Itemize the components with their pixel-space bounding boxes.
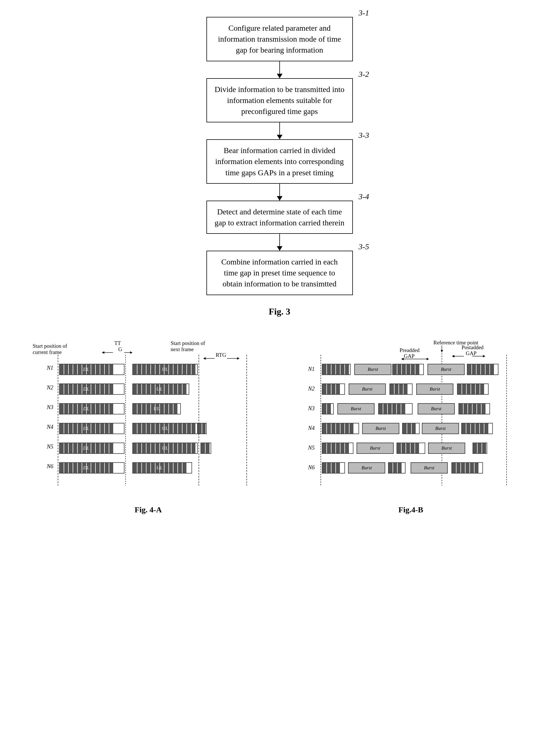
svg-rect-112: [96, 423, 100, 433]
svg-rect-148: [105, 443, 109, 453]
svg-rect-59: [109, 384, 113, 394]
fig4-row: Start position of current frame TT G Sta…: [0, 334, 559, 525]
svg-rect-225: [402, 364, 406, 375]
svg-text:N1: N1: [308, 366, 315, 372]
svg-rect-163: [182, 443, 186, 453]
svg-rect-215: [327, 364, 331, 375]
svg-rect-272: [401, 404, 405, 414]
svg-rect-331: [327, 463, 331, 473]
svg-rect-118: [133, 423, 137, 433]
svg-rect-130: [187, 423, 191, 433]
svg-rect-49: [64, 384, 68, 394]
svg-rect-122: [151, 423, 155, 433]
svg-rect-31: [133, 364, 137, 375]
svg-rect-140: [69, 443, 73, 453]
svg-rect-169: [206, 443, 209, 453]
svg-rect-86: [100, 404, 104, 414]
svg-text:GAP: GAP: [404, 353, 415, 359]
svg-rect-333: [336, 463, 340, 473]
svg-rect-179: [91, 463, 95, 473]
svg-text:UL: UL: [162, 367, 168, 372]
fig4a-container: Start position of current frame TT G Sta…: [30, 339, 266, 514]
step-label-3-5: 3-5: [358, 241, 369, 252]
flow-arrow-4: [280, 234, 280, 251]
svg-rect-186: [133, 463, 137, 473]
svg-rect-193: [164, 463, 169, 473]
svg-rect-327: [482, 443, 486, 453]
svg-rect-345: [461, 463, 465, 473]
svg-rect-165: [192, 443, 196, 453]
svg-rect-91: [133, 404, 137, 414]
svg-rect-175: [73, 463, 77, 473]
svg-rect-234: [476, 364, 480, 375]
svg-rect-106: [69, 423, 73, 433]
svg-rect-263: [327, 404, 331, 414]
flow-step-3-2: 3-2 Divide information to be transmitted…: [206, 78, 353, 123]
svg-rect-73: [182, 384, 186, 394]
svg-rect-85: [96, 404, 100, 414]
svg-rect-39: [169, 364, 173, 375]
svg-text:Burst: Burst: [370, 445, 380, 451]
svg-rect-155: [147, 443, 150, 453]
svg-text:DL: DL: [83, 426, 89, 431]
svg-text:DL: DL: [83, 367, 89, 372]
svg-rect-277: [464, 404, 468, 414]
svg-rect-65: [147, 384, 150, 394]
svg-rect-243: [336, 384, 340, 394]
svg-rect-71: [174, 384, 177, 394]
svg-rect-64: [142, 384, 146, 394]
svg-rect-93: [142, 404, 146, 414]
svg-rect-237: [490, 364, 494, 375]
svg-rect-88: [109, 404, 113, 414]
svg-text:GAP: GAP: [466, 350, 476, 356]
svg-rect-255: [462, 384, 466, 394]
svg-rect-242: [332, 384, 335, 394]
step-text-3-1: Configure related parameter and informat…: [214, 23, 345, 56]
fig3-caption: Fig. 3: [269, 306, 290, 317]
svg-rect-348: [474, 463, 478, 473]
svg-rect-33: [142, 364, 146, 375]
svg-rect-217: [336, 364, 340, 375]
svg-text:Burst: Burst: [424, 465, 434, 470]
svg-rect-259: [480, 384, 484, 394]
svg-rect-223: [393, 364, 397, 375]
flow-step-3-3: 3-3 Bear information carried in divided …: [206, 139, 353, 184]
svg-text:current frame: current frame: [33, 349, 62, 355]
svg-text:Burst: Burst: [351, 406, 361, 411]
svg-rect-98: [164, 404, 169, 414]
svg-text:RTG: RTG: [216, 352, 226, 358]
svg-rect-127: [174, 423, 177, 433]
svg-rect-311: [336, 443, 340, 453]
svg-rect-84: [91, 404, 95, 414]
svg-rect-100: [174, 404, 177, 414]
svg-text:Burst: Burst: [361, 465, 372, 470]
fig4a-caption: Fig. 4-A: [135, 505, 162, 514]
svg-rect-227: [411, 364, 415, 375]
svg-text:N4: N4: [308, 425, 315, 431]
svg-rect-216: [332, 364, 335, 375]
svg-rect-281: [482, 404, 486, 414]
svg-rect-176: [78, 463, 82, 473]
svg-text:N3: N3: [308, 405, 315, 411]
svg-rect-35: [151, 364, 155, 375]
svg-rect-224: [397, 364, 401, 375]
svg-rect-294: [403, 423, 407, 433]
svg-rect-162: [178, 443, 182, 453]
svg-text:N2: N2: [308, 385, 315, 392]
svg-rect-141: [73, 443, 77, 453]
flowchart-section: 3-1 Configure related parameter and info…: [0, 0, 559, 334]
svg-text:N6: N6: [46, 463, 53, 469]
svg-rect-25: [96, 364, 100, 375]
svg-rect-164: [187, 443, 191, 453]
svg-text:N1: N1: [46, 364, 53, 371]
svg-rect-279: [473, 404, 476, 414]
svg-rect-105: [64, 423, 68, 433]
svg-rect-87: [105, 404, 109, 414]
svg-rect-139: [64, 443, 68, 453]
svg-rect-168: [201, 443, 205, 453]
svg-rect-134: [202, 423, 206, 433]
svg-text:Postadded: Postadded: [462, 345, 484, 350]
svg-rect-332: [332, 463, 335, 473]
svg-text:G: G: [118, 346, 122, 352]
svg-rect-241: [327, 384, 331, 394]
